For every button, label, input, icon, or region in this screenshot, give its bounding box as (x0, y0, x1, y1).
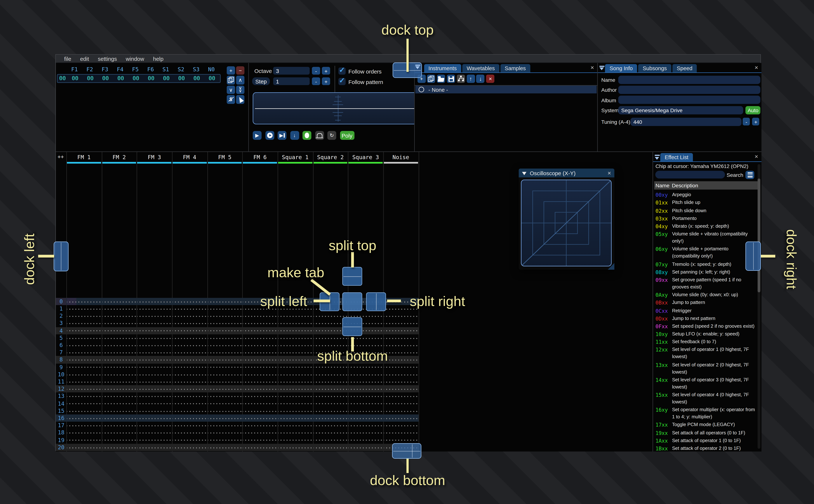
pattern-cell[interactable] (348, 363, 383, 371)
pattern-cell[interactable] (278, 385, 312, 393)
pattern-cell[interactable] (208, 371, 242, 378)
tuning-minus-button[interactable]: - (743, 118, 750, 126)
pattern-cell[interactable] (67, 363, 101, 371)
remove-order-button[interactable]: − (236, 66, 244, 75)
step-minus-button[interactable]: - (312, 77, 320, 85)
pattern-cell[interactable] (137, 356, 171, 363)
pattern-cell[interactable] (208, 305, 242, 312)
pattern-cell[interactable] (384, 320, 418, 327)
organize-instruments-button[interactable] (457, 75, 465, 83)
pattern-cell[interactable] (384, 385, 418, 393)
pattern-row-15[interactable]: 15 (56, 407, 419, 414)
close-icon[interactable]: × (608, 169, 611, 176)
pattern-row-5[interactable]: 5 (56, 334, 419, 342)
pattern-cell[interactable] (278, 349, 312, 356)
pattern-cell[interactable] (102, 363, 136, 371)
pattern-cell[interactable] (137, 400, 171, 407)
pattern-cell[interactable] (208, 327, 242, 334)
pattern-cell[interactable] (278, 334, 312, 342)
pattern-cell[interactable] (137, 444, 171, 451)
pattern-cell[interactable] (208, 451, 242, 452)
pattern-cell[interactable] (137, 312, 171, 320)
pattern-cell[interactable] (243, 349, 277, 356)
pattern-cell[interactable] (243, 334, 277, 342)
pattern-cell[interactable] (172, 444, 207, 451)
pattern-cell[interactable] (102, 451, 136, 452)
order-value[interactable]: 00 (189, 75, 204, 81)
octave-minus-button[interactable]: - (312, 67, 320, 75)
resize-grip[interactable] (608, 263, 614, 270)
pattern-cell[interactable] (313, 407, 347, 414)
pattern-cell[interactable] (102, 385, 136, 393)
pattern-cell[interactable] (243, 312, 277, 320)
pattern-cell[interactable] (102, 327, 136, 334)
pattern-options-button[interactable]: ++ (57, 154, 64, 160)
tab-speed[interactable]: Speed (672, 64, 697, 73)
pattern-cell[interactable] (208, 393, 242, 400)
order-value[interactable]: 00 (144, 75, 159, 81)
pattern-cell[interactable] (137, 407, 171, 414)
channel-header-square-3[interactable]: Square 3 (348, 154, 383, 160)
pattern-cell[interactable] (137, 342, 171, 349)
pattern-cell[interactable] (67, 320, 101, 327)
pattern-cell[interactable] (137, 327, 171, 334)
split-right-target[interactable] (366, 293, 386, 311)
menu-file[interactable]: file (60, 56, 76, 62)
hamburger-menu-icon[interactable] (745, 171, 754, 179)
pattern-cell[interactable] (208, 400, 242, 407)
pattern-cell[interactable] (67, 429, 101, 436)
pattern-cell[interactable] (67, 414, 101, 422)
pattern-cell[interactable] (278, 429, 312, 436)
pattern-cell[interactable] (313, 444, 347, 451)
order-value[interactable]: 00 (113, 75, 128, 81)
pattern-cell[interactable] (278, 436, 312, 444)
metronome-button[interactable] (315, 131, 324, 140)
channel-header-fm-4[interactable]: FM 4 (172, 154, 207, 160)
pattern-cell[interactable] (348, 378, 383, 385)
pattern-cell[interactable] (313, 429, 347, 436)
pattern-cell[interactable] (348, 451, 383, 452)
pattern-cell[interactable] (243, 371, 277, 378)
pattern-cell[interactable] (208, 342, 242, 349)
pattern-cell[interactable] (102, 436, 136, 444)
channel-header-noise[interactable]: Noise (383, 154, 419, 160)
order-value[interactable]: 00 (204, 75, 220, 81)
pattern-cell[interactable] (172, 429, 207, 436)
pattern-cell[interactable] (313, 414, 347, 422)
pattern-cell[interactable] (137, 451, 171, 452)
pattern-cell[interactable] (208, 298, 242, 305)
pattern-cell[interactable] (172, 305, 207, 312)
tuning-plus-button[interactable]: + (752, 118, 759, 126)
pattern-cell[interactable] (67, 298, 101, 305)
pattern-cell[interactable] (278, 342, 312, 349)
pattern-cell[interactable] (208, 363, 242, 371)
pattern-row-11[interactable]: 11 (56, 378, 419, 385)
pattern-cell[interactable] (137, 422, 171, 429)
collapse-icon[interactable] (522, 172, 527, 175)
pattern-cell[interactable] (208, 407, 242, 414)
order-value[interactable]: 00 (98, 75, 113, 81)
pattern-cell[interactable] (102, 356, 136, 363)
follow-orders-checkbox[interactable] (338, 67, 345, 75)
pattern-cell[interactable] (278, 444, 312, 451)
pattern-row-13[interactable]: 13 (56, 393, 419, 400)
pattern-cell[interactable] (313, 371, 347, 378)
repeat-pattern-button[interactable]: ↻ (327, 131, 336, 140)
play-one-row-button[interactable]: ▶ (277, 131, 286, 140)
pattern-cell[interactable] (348, 393, 383, 400)
order-up-button[interactable]: ∧ (236, 76, 244, 84)
step-one-row-button[interactable]: ↓ (290, 131, 299, 140)
pattern-cell[interactable] (384, 356, 418, 363)
pattern-cell[interactable] (172, 400, 207, 407)
pattern-cell[interactable] (208, 312, 242, 320)
pattern-cell[interactable] (278, 393, 312, 400)
pattern-cell[interactable] (384, 414, 418, 422)
pattern-row-14[interactable]: 14 (56, 400, 419, 407)
octave-input[interactable]: 3 (273, 67, 310, 75)
step-plus-button[interactable]: + (322, 77, 330, 85)
pattern-cell[interactable] (313, 393, 347, 400)
pattern-cell[interactable] (137, 363, 171, 371)
menu-help[interactable]: help (149, 56, 168, 62)
pattern-cell[interactable] (278, 400, 312, 407)
pattern-cell[interactable] (243, 393, 277, 400)
